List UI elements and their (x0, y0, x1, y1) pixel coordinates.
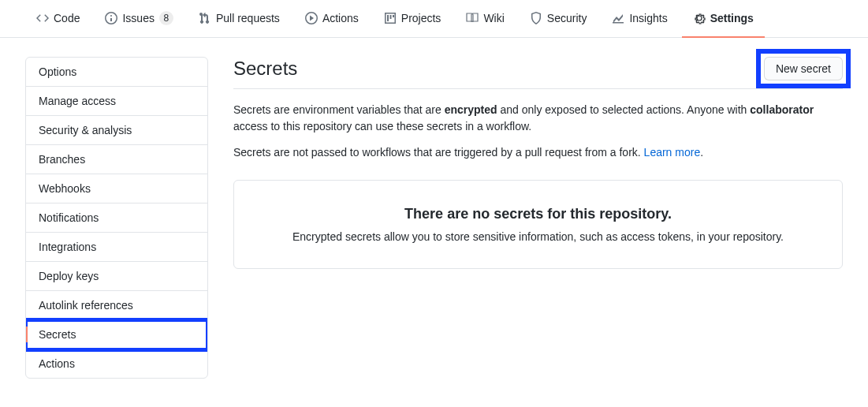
tab-actions[interactable]: Actions (294, 0, 370, 38)
sidebar-item-label: Notifications (39, 211, 99, 224)
page-title: Secrets (233, 58, 297, 80)
new-secret-button[interactable]: New secret (764, 57, 843, 80)
tab-label: Settings (710, 12, 754, 24)
tab-label: Insights (629, 12, 667, 24)
tab-label: Wiki (483, 12, 504, 24)
tab-settings[interactable]: Settings (682, 0, 765, 38)
repo-tabnav: Code Issues 8 Pull requests Actions Proj… (0, 0, 868, 38)
sidebar-item-label: Integrations (39, 241, 96, 253)
tab-wiki[interactable]: Wiki (455, 0, 515, 38)
empty-state-title: There are no secrets for this repository… (250, 206, 826, 222)
book-icon (466, 12, 479, 24)
sidebar-item-label: Security & analysis (39, 124, 132, 136)
tab-security[interactable]: Security (519, 0, 598, 38)
sidebar-item-webhooks[interactable]: Webhooks (26, 174, 207, 204)
code-icon (36, 12, 49, 24)
sidebar-item-label: Actions (39, 357, 75, 370)
tab-label: Projects (401, 12, 441, 24)
play-icon (305, 12, 318, 24)
highlight-new-secret: New secret (764, 57, 843, 80)
sidebar-item-manage-access[interactable]: Manage access (26, 87, 207, 116)
tab-label: Code (54, 12, 80, 24)
sidebar-item-label: Webhooks (39, 182, 91, 195)
sidebar-item-autolink-references[interactable]: Autolink references (26, 291, 207, 320)
tab-pull-requests[interactable]: Pull requests (188, 0, 291, 38)
empty-state: There are no secrets for this repository… (233, 180, 843, 269)
pull-request-icon (199, 12, 211, 24)
gear-icon (693, 12, 706, 24)
graph-icon (612, 12, 624, 24)
sidebar-item-security-analysis[interactable]: Security & analysis (26, 116, 207, 145)
main-content: Secrets New secret Secrets are environme… (233, 57, 843, 269)
sidebar-item-label: Secrets (39, 328, 76, 341)
project-icon (384, 12, 397, 24)
sidebar-item-label: Options (39, 65, 76, 78)
sidebar-item-deploy-keys[interactable]: Deploy keys (26, 262, 207, 291)
settings-container: Options Manage access Security & analysi… (0, 38, 868, 398)
tab-label: Issues (122, 12, 154, 24)
sidebar-item-actions[interactable]: Actions (26, 349, 207, 378)
tab-insights[interactable]: Insights (601, 0, 678, 38)
sidebar-item-label: Autolink references (39, 299, 133, 312)
tab-label: Actions (322, 12, 359, 24)
issue-icon (105, 12, 117, 24)
tab-issues[interactable]: Issues 8 (94, 0, 184, 38)
sidebar-item-branches[interactable]: Branches (26, 145, 207, 174)
tab-projects[interactable]: Projects (373, 0, 453, 38)
sidebar-item-notifications[interactable]: Notifications (26, 204, 207, 233)
sidebar-item-integrations[interactable]: Integrations (26, 233, 207, 262)
sidebar-item-label: Deploy keys (39, 270, 99, 282)
settings-sidebar: Options Manage access Security & analysi… (25, 57, 208, 379)
sidebar-item-options[interactable]: Options (26, 58, 207, 87)
shield-icon (530, 12, 542, 24)
page-header: Secrets New secret (233, 57, 843, 89)
sidebar-item-label: Branches (39, 153, 85, 166)
secrets-description-2: Secrets are not passed to workflows that… (233, 144, 843, 161)
secrets-description-1: Secrets are environment variables that a… (233, 102, 843, 135)
learn-more-link[interactable]: Learn more (644, 146, 701, 159)
tab-code[interactable]: Code (25, 0, 91, 38)
tab-label: Security (547, 12, 587, 24)
tab-label: Pull requests (216, 12, 280, 24)
issues-count-badge: 8 (159, 11, 173, 25)
sidebar-item-label: Manage access (39, 95, 116, 107)
sidebar-item-secrets[interactable]: Secrets (26, 320, 207, 349)
empty-state-description: Encrypted secrets allow you to store sen… (250, 230, 826, 243)
